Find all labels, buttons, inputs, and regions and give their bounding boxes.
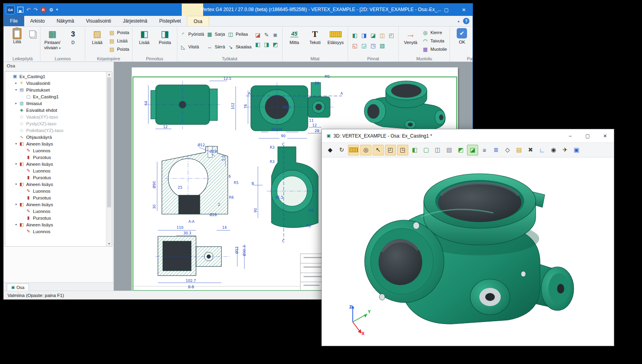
pattern-button[interactable]: ▦ Sarja: [206, 31, 225, 37]
surface-join-icon[interactable]: ◰: [387, 31, 396, 40]
surface-trim-icon[interactable]: ◨: [360, 31, 368, 40]
pin-icon[interactable]: ◆: [325, 145, 335, 155]
minimize-button[interactable]: –: [420, 4, 438, 16]
library-add-button[interactable]: ▨ Lisää: [88, 27, 106, 46]
tree-item[interactable]: ∿Ohjauskäyrä: [5, 134, 106, 140]
tree-item[interactable]: ◇Poikittais(YZ)-taso: [5, 127, 106, 134]
help-icon[interactable]: ?: [463, 18, 469, 24]
view-top-left[interactable]: [148, 81, 227, 129]
list-icon[interactable]: ≡: [479, 145, 490, 155]
expand-arrow-icon[interactable]: ▾: [13, 203, 19, 206]
plane-icon[interactable]: ◇: [502, 145, 513, 155]
delete-face-icon[interactable]: ◪: [254, 31, 262, 39]
expand-arrow-icon[interactable]: ▸: [13, 102, 19, 105]
copy-icon[interactable]: [29, 31, 35, 37]
collapse-ribbon-icon[interactable]: ▴: [457, 19, 459, 23]
layers-icon[interactable]: ≣: [491, 145, 501, 155]
expand-arrow-icon[interactable]: ▾: [13, 142, 19, 146]
tree-item[interactable]: ▾◧Aineen lisäys: [5, 161, 106, 167]
sketch-3d-button[interactable]: 3 D: [64, 27, 82, 46]
surface-offset-icon[interactable]: ◫: [378, 31, 386, 40]
viewport-3d[interactable]: Z Y X: [322, 157, 614, 346]
scroll-up-icon[interactable]: ▲: [108, 72, 111, 77]
tree-item[interactable]: ✎Luonnos: [5, 208, 106, 215]
library-remove-button-2[interactable]: ▤ Poista: [109, 46, 129, 52]
tab-arkisto[interactable]: Arkisto: [24, 16, 51, 26]
save-icon[interactable]: [17, 7, 23, 13]
eye-icon[interactable]: ◉: [548, 145, 559, 155]
surface-extend-icon[interactable]: ◪: [369, 31, 377, 40]
lock-feature-icon[interactable]: ◙: [271, 31, 279, 39]
tree-item[interactable]: ◈Esivalitut ehdot: [5, 107, 106, 113]
measure-icon[interactable]: [348, 145, 359, 155]
surface-thicken-icon[interactable]: ▧: [378, 41, 386, 50]
tree-item[interactable]: ▮Pursotus: [5, 215, 106, 221]
undo-icon[interactable]: ↶: [26, 7, 31, 12]
macro-record-icon[interactable]: R: [40, 7, 46, 13]
tree-item[interactable]: ▸▥Ilmiasut: [5, 100, 106, 107]
titlebar[interactable]: G4 ↶ ↷ R ⚙ ▾ Vertex G4 2021 / 27.0.08 (b…: [4, 4, 473, 16]
app-logo[interactable]: G4: [6, 6, 15, 14]
tree-item[interactable]: ◇Vaaka(XY)-taso: [5, 113, 106, 120]
surface-delete-icon[interactable]: ◲: [360, 41, 368, 50]
select-face-icon[interactable]: ◰: [385, 145, 396, 155]
view-section-a-a[interactable]: [157, 146, 228, 214]
view-isometric[interactable]: [364, 81, 445, 130]
tab-osa[interactable]: Osa: [187, 16, 209, 26]
library-add-small-button[interactable]: ▤ Lisää: [109, 38, 129, 44]
tab-file[interactable]: File: [4, 16, 24, 26]
tree-item[interactable]: ✎Luonnos: [5, 147, 106, 154]
expand-arrow-icon[interactable]: ▾: [13, 88, 19, 92]
archive-icon[interactable]: ▤: [514, 145, 524, 155]
stretch-button[interactable]: → Venytä: [402, 27, 420, 46]
tree-item[interactable]: ▣Ex_Casting1: [5, 73, 106, 80]
edit-feature-icon[interactable]: ✎: [263, 31, 271, 39]
coating-add-button[interactable]: ◧ Lisää: [135, 27, 154, 46]
customize-icon[interactable]: ⚙: [49, 8, 54, 12]
tree-item[interactable]: ✎Luonnos: [5, 167, 106, 174]
close-button[interactable]: ✕: [455, 4, 473, 16]
select-edge-icon[interactable]: ◳: [397, 145, 408, 155]
tree-item[interactable]: ▾◧Aineen lisäys: [5, 201, 106, 208]
select-point-icon[interactable]: ◎: [360, 145, 371, 155]
transparent-view-icon[interactable]: ▧: [444, 145, 454, 155]
window-3d-titlebar[interactable]: ▣ 3D: VERTEX_EXAMPLE - Osa: Ex_Casting1 …: [322, 129, 614, 143]
solid-tool-icon-1[interactable]: ◧: [254, 40, 262, 49]
delete-icon[interactable]: ✖: [525, 145, 536, 155]
ok-button[interactable]: ✔ OK: [453, 27, 471, 46]
maximize-button[interactable]: ▢: [438, 4, 455, 16]
expand-arrow-icon[interactable]: ▾: [13, 162, 19, 166]
scroll-down-icon[interactable]: ▼: [108, 241, 111, 246]
tree-item[interactable]: ▸☀Visualisointi: [5, 80, 106, 86]
tree-item[interactable]: ✎Luonnos: [5, 228, 106, 235]
solid-tool-icon-3[interactable]: ◩: [271, 40, 279, 49]
tree-item[interactable]: ◇Pysty(XZ)-taso: [5, 120, 106, 127]
library-remove-button[interactable]: ▤ Poista: [109, 29, 129, 36]
outline-view-icon[interactable]: ▢: [421, 145, 431, 155]
bend-button[interactable]: ◠ Taivuta: [422, 38, 447, 44]
scroll-thumb[interactable]: [107, 77, 111, 207]
window-3d-close-button[interactable]: ✕: [596, 129, 614, 142]
expand-arrow-icon[interactable]: ▾: [13, 182, 19, 186]
scale-button[interactable]: ↘ Skaalaa: [227, 44, 252, 50]
thread-button[interactable]: ◎ Kierre: [422, 29, 447, 36]
sketch-on-face-button[interactable]: ▦ Pintaan/ viivaan ▾: [43, 27, 62, 51]
tree-item[interactable]: ▾◧Aineen lisäys: [5, 181, 106, 188]
text-button[interactable]: T Teksti: [306, 27, 324, 46]
solid-tool-icon-2[interactable]: ◨: [263, 40, 271, 49]
redo-icon[interactable]: ↷: [33, 7, 38, 12]
paste-button[interactable]: Liitä: [8, 27, 26, 45]
tree-item[interactable]: ▮Pursotus: [5, 194, 106, 201]
expand-arrow-icon[interactable]: ▸: [13, 81, 19, 85]
tree-item[interactable]: ▮Pursotus: [5, 174, 106, 181]
fly-icon[interactable]: ✈: [560, 145, 570, 155]
tree-item[interactable]: ▾◧Aineen lisäys: [5, 140, 106, 147]
mirror-button[interactable]: ◫ Peilaa: [227, 31, 252, 37]
solid-view-icon[interactable]: ◩: [456, 145, 466, 155]
form-button[interactable]: ▦ Muotoile: [422, 46, 447, 52]
distance-button[interactable]: Etäisyys: [327, 27, 345, 46]
chamfer-button[interactable]: ◺ Viistä: [180, 44, 204, 50]
external-view-icon[interactable]: ▣: [571, 145, 582, 155]
window-3d-minimize-button[interactable]: –: [561, 129, 579, 142]
axes-icon[interactable]: ∟: [537, 145, 547, 155]
